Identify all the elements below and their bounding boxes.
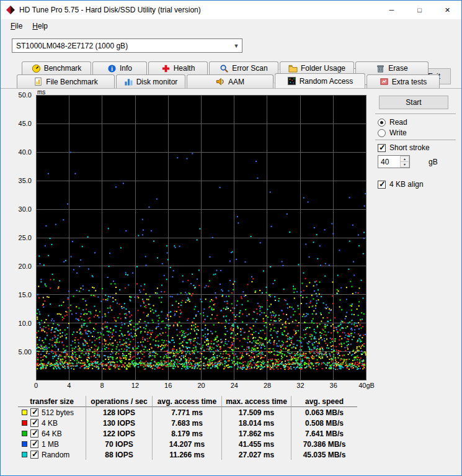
tab-row-1: Benchmark i Info Health Error Scan [1, 61, 429, 74]
x-tick: 16 [164, 382, 172, 389]
series-checkbox[interactable] [30, 440, 38, 448]
transfer-size-label: Random [42, 451, 69, 459]
menu-file[interactable]: File [6, 20, 27, 32]
tab-label: AAM [228, 78, 244, 86]
tab-row-2: File Benchmark Disk monitor AAM [1, 74, 440, 88]
avg-speed-value: 7.641 MB/s [291, 428, 357, 439]
tab-health[interactable]: Health [148, 61, 208, 74]
close-button[interactable]: ✕ [433, 1, 461, 19]
series-checkbox[interactable] [30, 429, 38, 438]
x-tick: 8 [100, 382, 104, 389]
x-tick: 28 [264, 382, 271, 389]
read-radio[interactable] [378, 119, 386, 127]
tab-aam[interactable]: AAM [187, 74, 273, 88]
series-color-swatch [22, 420, 27, 426]
x-tick: 12 [131, 382, 139, 389]
benchmark-icon [32, 64, 41, 73]
x-tick: 0 [34, 382, 38, 389]
short-stroke-checkbox[interactable] [378, 144, 386, 152]
spinner-down-icon[interactable] [400, 161, 409, 168]
y-tick: 25.0 [19, 234, 32, 241]
max-access-value: 41.455 ms [221, 439, 291, 449]
max-access-value: 17.862 ms [221, 428, 291, 439]
iops-value: 130 IOPS [86, 418, 152, 428]
series-checkbox[interactable] [30, 451, 38, 459]
error-scan-icon [220, 64, 229, 73]
random-access-icon [287, 76, 296, 86]
tab-random-access[interactable]: Random Access [275, 73, 365, 88]
table-row-1mb: 1 MB 70 IOPS 14.207 ms 41.455 ms 70.386 … [18, 439, 357, 449]
maximize-button[interactable]: □ [406, 1, 433, 19]
avg-speed-value: 70.386 MB/s [291, 439, 357, 449]
folder-icon [288, 64, 298, 73]
table-row-random: Random 88 IOPS 11.266 ms 27.027 ms 45.03… [18, 449, 357, 460]
series-color-swatch [22, 410, 27, 415]
random-access-scatter-chart [36, 95, 366, 380]
tab-label: Health [174, 64, 195, 73]
minimize-button[interactable]: ─ [378, 1, 406, 19]
y-axis-tick-labels: 50.0 45.0 40.0 35.0 30.0 25.0 20.0 15.0 … [1, 95, 33, 380]
menu-help[interactable]: Help [27, 20, 53, 32]
y-tick: 30.0 [19, 205, 32, 213]
transfer-size-label: 4 KB [42, 419, 58, 428]
align-row: 4 KB align [378, 180, 424, 189]
transfer-size-label: 64 KB [42, 429, 62, 438]
erase-icon [376, 64, 385, 73]
avg-access-value: 7.683 ms [152, 418, 221, 428]
read-radio-row: Read [378, 118, 407, 127]
tab-erase[interactable]: Erase [355, 61, 429, 74]
results-table: transfer size operations / sec avg. acce… [18, 396, 357, 460]
health-icon [161, 64, 171, 73]
table-header-row: transfer size operations / sec avg. acce… [18, 396, 357, 407]
tab-extra-tests[interactable]: Extra tests [366, 74, 440, 88]
separator [375, 114, 456, 115]
max-access-value: 27.027 ms [221, 449, 291, 460]
tab-error-scan[interactable]: Error Scan [209, 61, 278, 74]
header-transfer-size: transfer size [18, 396, 86, 407]
x-tick: 20 [197, 382, 205, 389]
y-tick: 20.0 [19, 263, 32, 270]
avg-speed-value: 45.035 MB/s [291, 449, 357, 460]
x-tick: 32 [296, 382, 304, 389]
drive-select-dropdown[interactable]: ST1000LM048-2E7172 (1000 gB) ▼ [12, 38, 242, 53]
y-tick: 45.0 [19, 120, 32, 127]
header-avg-access: avg. access time [152, 396, 221, 407]
avg-speed-value: 0.508 MB/s [291, 418, 357, 428]
series-color-swatch [22, 441, 27, 447]
chevron-down-icon: ▼ [231, 43, 242, 49]
tab-label: Random Access [300, 77, 353, 86]
tab-folder-usage[interactable]: Folder Usage [280, 61, 354, 74]
short-stroke-unit-label: gB [429, 158, 438, 166]
tab-disk-monitor[interactable]: Disk monitor [116, 74, 185, 88]
separator [375, 140, 456, 141]
table-row-512bytes: 512 bytes 128 IOPS 7.771 ms 17.509 ms 0.… [18, 407, 357, 418]
window-title: HD Tune Pro 5.75 - Hard Disk/SSD Utility… [19, 6, 201, 14]
tab-benchmark[interactable]: Benchmark [22, 61, 91, 74]
avg-access-value: 7.771 ms [152, 407, 221, 418]
avg-speed-value: 0.063 MB/s [291, 407, 357, 418]
align-checkbox[interactable] [378, 181, 386, 189]
series-checkbox[interactable] [30, 408, 38, 416]
header-operations: operations / sec [86, 396, 152, 407]
y-tick: 15.0 [19, 291, 32, 299]
y-tick: 10.0 [19, 320, 32, 327]
write-radio[interactable] [378, 129, 386, 137]
tab-label: Benchmark [44, 64, 82, 73]
y-tick: 50.0 [19, 91, 32, 99]
tab-label: Disk monitor [136, 78, 178, 86]
y-tick: 5.00 [19, 348, 32, 356]
tab-info[interactable]: i Info [92, 61, 147, 74]
tab-label: Extra tests [392, 78, 427, 86]
start-button[interactable]: Start [379, 96, 448, 109]
avg-access-value: 8.179 ms [152, 428, 221, 439]
extra-tests-icon [380, 77, 389, 86]
series-color-swatch [22, 431, 27, 436]
tab-file-benchmark[interactable]: File Benchmark [17, 74, 115, 88]
tab-label: Erase [388, 64, 407, 73]
iops-value: 128 IOPS [86, 407, 152, 418]
tab-label: File Benchmark [46, 78, 97, 86]
file-benchmark-icon [33, 77, 43, 86]
series-checkbox[interactable] [30, 419, 38, 427]
aam-icon [216, 77, 225, 86]
tab-label: Error Scan [232, 64, 267, 73]
